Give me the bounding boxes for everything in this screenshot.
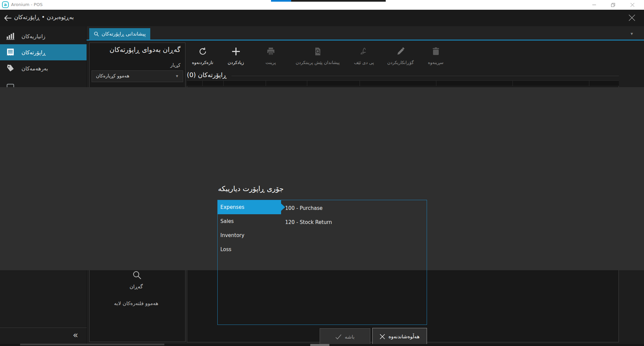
cancel-button-label: هه‌ڵوه‌شاندنه‌وه [388, 334, 420, 340]
sidebar-item-label: ڕاپۆرته‌کان [21, 49, 46, 56]
column-separator [360, 80, 360, 86]
sidebar-item-reports[interactable]: ڕاپۆرته‌کان [0, 44, 87, 60]
reports-group-line [231, 76, 619, 76]
category-label: Inventory [220, 232, 245, 238]
check-icon [335, 334, 341, 340]
tab-show-reports[interactable]: پیشاندانی ڕاپۆرته‌کان [89, 28, 150, 40]
reports-count-label: ڕاپۆرته‌کان (0) [187, 71, 226, 78]
background-window-strip-dark [291, 0, 386, 2]
chevron-down-icon: ▾ [176, 73, 178, 78]
search-icon[interactable] [132, 270, 142, 280]
pdf-icon [360, 47, 369, 56]
close-icon [380, 334, 385, 339]
reports-table-header [187, 80, 619, 86]
sidebar-item-label: به‌رهه‌مه‌کان [21, 65, 48, 72]
refresh-button[interactable]: تازه‌کردنه‌وه [185, 44, 220, 68]
pdf-button[interactable]: پی دی ئێف [346, 44, 381, 68]
customer-dropdown-value: هه‌موو کڕیاره‌کان [96, 73, 129, 78]
sidebar-item-statistics[interactable]: زانیاریه‌کان [0, 28, 87, 44]
report-item-purchase[interactable]: 100 - Purchase [285, 205, 323, 211]
column-separator [436, 80, 436, 86]
print-preview-icon [313, 47, 322, 56]
close-window-button[interactable] [625, 0, 640, 10]
toolbar-label: پرینت [265, 60, 276, 65]
bar-chart-icon [6, 32, 15, 41]
category-label: Loss [220, 246, 231, 252]
selected-arrow-icon [281, 204, 285, 211]
print-button[interactable]: پرینت [253, 44, 288, 68]
column-separator [307, 80, 307, 86]
cancel-button[interactable]: هه‌ڵوه‌شاندنه‌وه [372, 328, 427, 345]
ok-button-label: باشه [345, 334, 355, 340]
restore-button[interactable] [605, 0, 621, 10]
tab-overflow-caret-icon[interactable]: ▾ [631, 31, 633, 36]
ok-button[interactable]: باشه [320, 328, 370, 345]
tab-underline [87, 40, 644, 41]
back-arrow-icon[interactable] [4, 14, 12, 22]
category-loss[interactable]: Loss [218, 242, 281, 256]
report-icon [6, 48, 15, 57]
category-label: Expenses [220, 204, 244, 210]
tab-strip [87, 26, 644, 40]
column-separator [589, 80, 589, 86]
category-sales[interactable]: Sales [218, 214, 281, 228]
delete-button[interactable]: سڕینه‌وه [418, 44, 453, 68]
customer-dropdown[interactable]: هه‌موو کڕیاره‌کان ▾ [92, 70, 183, 82]
aronium-logo-icon: a [2, 1, 9, 8]
toolbar-label: زیادکردن [228, 60, 244, 65]
column-separator [202, 80, 203, 86]
toolbar-label: سڕینه‌وه [428, 60, 443, 65]
collapse-sidebar-button[interactable]: « [67, 330, 84, 342]
app-window: a Aronium - POS به‌ڕێوه‌بردن • ڕاپۆرته‌ک… [0, 0, 644, 346]
category-inventory[interactable]: Inventory [218, 228, 281, 242]
printer-icon [266, 47, 275, 56]
dialog-overlay: جۆری ڕاپۆرت دیاریبکه Expenses Sales Inve… [0, 87, 644, 270]
background-window-edge [20, 344, 164, 346]
refresh-icon [198, 47, 207, 56]
trash-icon [431, 47, 440, 56]
toolbar-label: تازه‌کردنه‌وه [192, 60, 213, 65]
add-button[interactable]: زیادکردن [218, 44, 253, 68]
window-title: Aronium - POS [11, 2, 43, 7]
sidebar-divider [0, 328, 87, 328]
tab-label: پیشاندانی ڕاپۆرته‌کان [102, 31, 146, 37]
background-window-strip-blue [271, 0, 291, 2]
report-type-listbox: Expenses Sales Inventory Loss 100 - Purc… [217, 200, 427, 325]
page-header: به‌ڕێوه‌بردن • ڕاپۆرته‌کان [0, 10, 644, 26]
search-button-label[interactable]: گه‌ڕان [101, 284, 172, 290]
column-separator [223, 80, 224, 86]
category-label: Sales [220, 218, 234, 224]
report-item-stock-return[interactable]: 120 - Stock Return [285, 219, 332, 225]
minimize-button[interactable] [586, 0, 602, 10]
toolbar-label: پی دی ئێف [354, 60, 374, 65]
sidebar-item-label: زانیاریه‌کان [21, 33, 45, 40]
clear-all-filters-link[interactable]: هه‌موو فلته‌ره‌کان لابه [97, 300, 175, 306]
toolbar-label: پیشاندان پێش پرینتکردن [296, 60, 339, 65]
customer-filter-label: کڕیار [92, 62, 180, 68]
pencil-icon [396, 47, 405, 56]
sidebar-item-products[interactable]: به‌رهه‌مه‌کان [0, 60, 87, 76]
search-icon [94, 32, 99, 37]
category-expenses[interactable]: Expenses [218, 200, 281, 214]
breadcrumb: به‌ڕێوه‌بردن • ڕاپۆرته‌کان [14, 14, 74, 20]
print-preview-button[interactable]: پیشاندان پێش پرینتکردن [300, 44, 335, 68]
filter-panel-heading: گه‌ڕان به‌دوای ڕاپۆرته‌کان [95, 46, 180, 54]
tag-icon [6, 64, 15, 73]
background-window-fragment [310, 344, 329, 346]
plus-icon [231, 47, 240, 56]
dialog-title: جۆری ڕاپۆرت دیاریبکه [218, 185, 284, 193]
column-separator [513, 80, 513, 86]
toolbar-label: گۆڕانکاریکردن [387, 60, 414, 65]
close-page-icon[interactable] [629, 14, 637, 22]
edit-button[interactable]: گۆڕانکاریکردن [383, 44, 418, 68]
column-separator [266, 80, 266, 86]
